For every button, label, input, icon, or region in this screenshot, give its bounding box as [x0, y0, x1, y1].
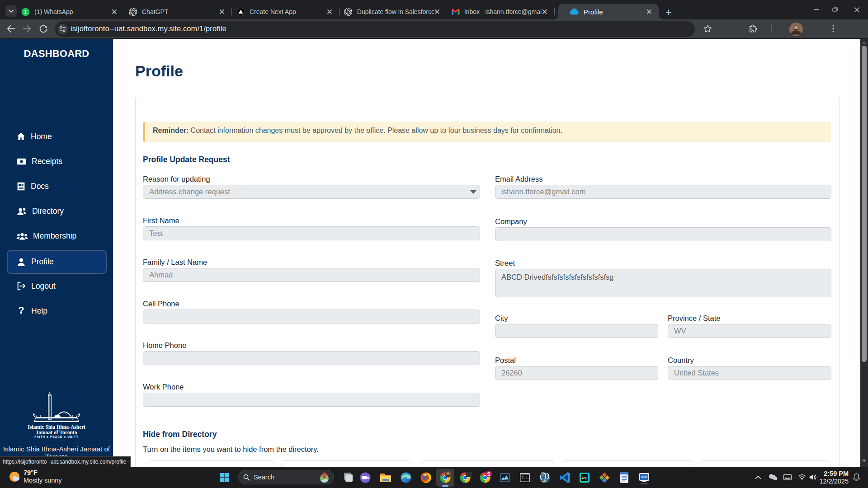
svg-text:S: S — [487, 472, 491, 477]
svg-text:C:\_: C:\_ — [522, 476, 530, 479]
svg-text:1: 1 — [24, 9, 27, 15]
svg-text:TaskPro: TaskPro — [640, 482, 648, 485]
svg-text:PC: PC — [582, 475, 588, 480]
svg-text:GMT: GMT — [641, 476, 647, 479]
svg-text:?: ? — [18, 306, 24, 316]
